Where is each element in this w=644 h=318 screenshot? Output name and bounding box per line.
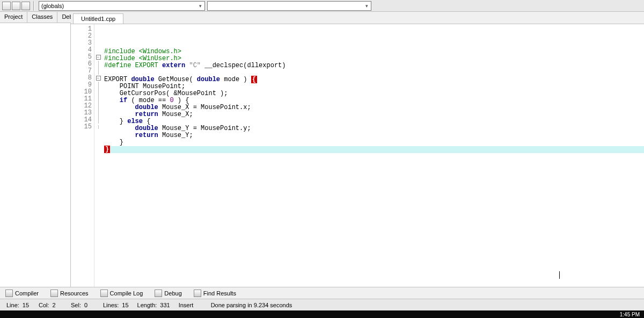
function-combo[interactable]: ▾ bbox=[207, 1, 371, 11]
toolbar-separator bbox=[33, 1, 34, 11]
line-gutter: 123456789101112131415 bbox=[71, 24, 94, 287]
bottom-tab-resources[interactable]: Resources bbox=[47, 288, 92, 298]
chevron-down-icon: ▾ bbox=[362, 2, 371, 10]
top-toolbar: (globals) ▾ ▾ bbox=[0, 0, 644, 12]
scope-combo[interactable]: (globals) ▾ bbox=[39, 1, 205, 11]
side-panel: Project Classes Debug bbox=[0, 12, 71, 287]
bottom-tab-compiler[interactable]: Compiler bbox=[2, 288, 42, 298]
code-editor[interactable]: 123456789101112131415 −− #include <Windo… bbox=[71, 24, 644, 287]
debug-icon bbox=[155, 290, 162, 297]
bottom-tab-debug[interactable]: Debug bbox=[151, 288, 185, 298]
code-content[interactable]: #include <Windows.h>#include <WinUser.h>… bbox=[102, 24, 644, 287]
editor-tab-bar: Untitled1.cpp bbox=[71, 12, 644, 24]
text-cursor bbox=[559, 271, 560, 279]
status-mode: Insert bbox=[174, 302, 207, 308]
main-split: Project Classes Debug Untitled1.cpp 1234… bbox=[0, 12, 644, 287]
status-lines: Lines:15 bbox=[99, 302, 133, 308]
bottom-tab-compilelog[interactable]: Compile Log bbox=[97, 288, 147, 298]
bottom-tab-bar: Compiler Resources Compile Log Debug Fin… bbox=[0, 287, 644, 299]
project-tree[interactable] bbox=[0, 23, 70, 287]
editor-tab-untitled1[interactable]: Untitled1.cpp bbox=[73, 13, 123, 24]
back-icon[interactable] bbox=[2, 2, 11, 10]
status-line: Line:15 bbox=[2, 302, 34, 308]
status-length: Length:331 bbox=[133, 302, 174, 308]
find-icon bbox=[194, 290, 201, 297]
editor-area: Untitled1.cpp 123456789101112131415 −− #… bbox=[71, 12, 644, 287]
bottom-tab-findresults[interactable]: Find Results bbox=[191, 288, 239, 298]
side-tab-classes[interactable]: Classes bbox=[27, 12, 57, 23]
fold-gutter[interactable]: −− bbox=[94, 24, 102, 287]
scope-combo-value: (globals) bbox=[41, 3, 64, 9]
forward-icon[interactable] bbox=[12, 2, 20, 10]
status-bar: Line:15 Col:2 Sel:0 Lines:15 Length:331 … bbox=[0, 299, 644, 310]
chevron-down-icon: ▾ bbox=[196, 2, 204, 10]
os-taskbar[interactable]: 1:45 PM bbox=[0, 310, 644, 318]
log-icon bbox=[100, 290, 108, 297]
taskbar-clock: 1:45 PM bbox=[620, 312, 640, 317]
status-parse: Done parsing in 9.234 seconds bbox=[207, 302, 642, 308]
status-col: Col:2 bbox=[34, 302, 67, 308]
resources-icon bbox=[50, 290, 58, 297]
bookmark-icon[interactable] bbox=[21, 2, 30, 10]
side-tabs: Project Classes Debug bbox=[0, 12, 70, 23]
side-tab-project[interactable]: Project bbox=[0, 12, 27, 23]
compiler-icon bbox=[5, 290, 13, 297]
status-sel: Sel:0 bbox=[67, 302, 99, 308]
